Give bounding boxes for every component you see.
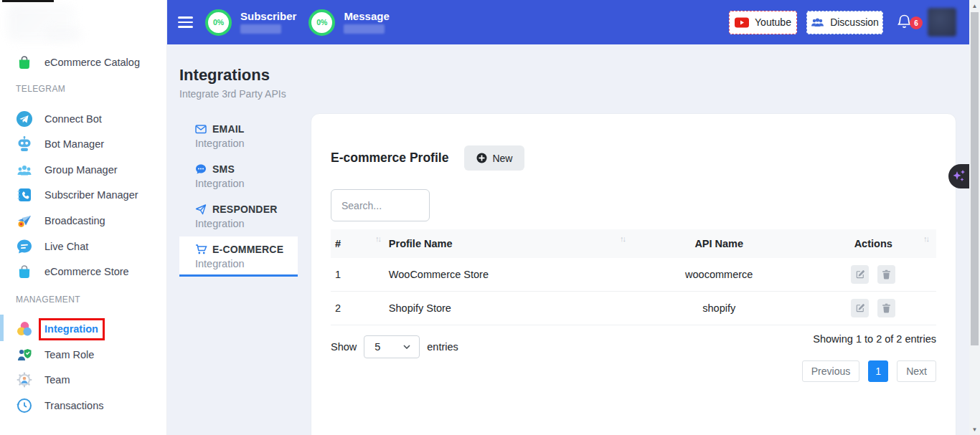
message-stat: 0% Message <box>308 9 389 36</box>
edit-button[interactable] <box>851 299 869 317</box>
cell-profile-name: Shopify Store <box>385 302 628 314</box>
sidebar-item-bot-manager[interactable]: Bot Manager <box>0 133 167 155</box>
sidebar-section-telegram: TELEGRAM <box>16 84 65 94</box>
sidebar-item-label: Transactions <box>44 400 103 411</box>
subnav-sublabel: Integration <box>195 218 298 229</box>
sidebar-item-team[interactable]: Team <box>0 369 167 391</box>
new-button-label: New <box>492 153 512 164</box>
vertical-scrollbar[interactable]: ▲ ▼ <box>969 0 980 435</box>
showing-entries-text: Showing 1 to 2 of 2 entries <box>813 333 936 345</box>
cell-actions <box>810 265 936 284</box>
subnav-item-ecommerce[interactable]: E-COMMERCE Integration <box>179 236 298 277</box>
edit-button[interactable] <box>851 265 869 284</box>
scrollbar-up-arrow[interactable]: ▲ <box>969 0 980 11</box>
sidebar-item-label: eCommerce Catalog <box>44 57 140 68</box>
broadcast-plane-icon <box>16 212 33 229</box>
sidebar-item-live-chat[interactable]: Live Chat <box>0 236 167 257</box>
youtube-button[interactable]: Youtube <box>729 11 797 34</box>
message-stat-blurred-value <box>344 24 385 34</box>
subscriber-progress-ring: 0% <box>205 9 232 36</box>
notifications-bell[interactable]: 6 <box>896 10 920 34</box>
subnav-item-email[interactable]: EMAIL Integration <box>179 116 298 156</box>
sidebar-item-ecommerce-catalog[interactable]: eCommerce Catalog <box>0 52 167 73</box>
hamburger-menu-icon[interactable] <box>178 14 193 31</box>
column-header-api-name[interactable]: API Name <box>628 238 810 249</box>
sidebar-section-management: MANAGEMENT <box>16 295 80 305</box>
role-shield-icon <box>16 346 33 363</box>
pagination-previous[interactable]: Previous <box>802 360 859 382</box>
subnav-label: EMAIL <box>212 123 245 135</box>
sidebar-item-label: Group Manager <box>44 164 118 176</box>
cell-api-name: shopify <box>628 302 810 314</box>
ai-assistant-button[interactable] <box>948 164 969 188</box>
cell-actions <box>810 299 936 317</box>
new-button[interactable]: New <box>464 145 524 171</box>
sidebar-item-label: Live Chat <box>44 241 88 252</box>
youtube-button-label: Youtube <box>755 16 791 28</box>
email-icon <box>195 123 207 135</box>
sidebar-item-label: Bot Manager <box>44 138 104 150</box>
scrollbar-thumb[interactable] <box>971 12 979 345</box>
page-title: Integrations <box>179 66 270 85</box>
sidebar-item-label: Connect Bot <box>44 113 102 125</box>
integration-circles-icon <box>16 320 33 338</box>
sidebar-item-label: Broadcasting <box>44 215 105 226</box>
delete-button[interactable] <box>877 299 895 317</box>
pagination: Previous 1 Next <box>793 360 936 382</box>
sidebar-item-label: Subscriber Manager <box>44 189 138 201</box>
cell-api-name: woocommerce <box>628 269 810 280</box>
subnav-sublabel: Integration <box>195 178 298 189</box>
responder-send-icon <box>195 204 207 215</box>
show-label: Show <box>331 341 357 353</box>
delete-button[interactable] <box>877 265 895 284</box>
top-header: 0% Subscriber 0% Message Youtube Discuss… <box>167 0 980 44</box>
sort-icon[interactable]: ↑↓ <box>923 234 928 243</box>
page-size-select[interactable]: 5 <box>364 335 420 358</box>
shopping-bag-blue-icon <box>16 263 33 280</box>
sort-icon[interactable]: ↑↓ <box>620 234 625 243</box>
sidebar-item-transactions[interactable]: Transactions <box>0 395 167 416</box>
cart-icon <box>195 244 207 255</box>
subnav-sublabel: Integration <box>195 258 298 269</box>
subnav-label: RESPONDER <box>212 204 277 215</box>
scrollbar-down-arrow[interactable]: ▼ <box>969 424 980 435</box>
table-row: 1 WooCommerce Store woocommerce <box>331 258 936 292</box>
cell-num: 2 <box>331 302 385 314</box>
column-header-profile-name[interactable]: Profile Name <box>385 238 628 249</box>
sidebar-item-broadcasting[interactable]: Broadcasting <box>0 210 167 231</box>
sort-icon[interactable]: ↑↓ <box>375 234 380 243</box>
subnav-item-responder[interactable]: RESPONDER Integration <box>179 196 298 236</box>
annotation-red-box <box>39 318 105 340</box>
table-row: 2 Shopify Store shopify <box>331 292 936 325</box>
pagination-page-1[interactable]: 1 <box>868 360 888 382</box>
message-stat-label: Message <box>344 11 389 22</box>
sidebar-item-team-role[interactable]: Team Role <box>0 344 167 365</box>
search-input[interactable] <box>331 189 430 221</box>
table-header-row: # Profile Name API Name Actions ↑↓ ↑↓ ↑↓ <box>331 229 936 258</box>
avatar[interactable] <box>928 8 956 37</box>
sidebar-item-group-manager[interactable]: Group Manager <box>0 159 167 181</box>
subscriber-stat-blurred-value <box>240 24 281 34</box>
chevron-down-icon <box>403 345 410 349</box>
subnav-label: SMS <box>212 163 235 175</box>
entries-label: entries <box>427 341 458 353</box>
notification-badge: 6 <box>910 16 923 29</box>
sidebar-item-connect-bot[interactable]: Connect Bot <box>0 108 167 130</box>
sidebar-item-label: eCommerce Store <box>44 266 129 277</box>
sidebar-item-label: Team <box>44 374 70 386</box>
sms-icon <box>195 163 207 175</box>
discussion-button[interactable]: Discussion <box>806 11 883 34</box>
subnav-item-sms[interactable]: SMS Integration <box>179 156 298 196</box>
sidebar-item-subscriber-manager[interactable]: Subscriber Manager <box>0 184 167 206</box>
column-header-actions[interactable]: Actions <box>810 238 936 249</box>
pagination-next[interactable]: Next <box>897 360 936 382</box>
discussion-button-label: Discussion <box>830 16 879 28</box>
integration-subnav: EMAIL Integration SMS Integration RESPON… <box>179 116 298 277</box>
telegram-icon <box>16 110 33 128</box>
sidebar-item-ecommerce-store[interactable]: eCommerce Store <box>0 261 167 282</box>
discussion-people-icon <box>811 17 824 28</box>
contact-book-icon <box>16 186 33 204</box>
group-people-icon <box>16 161 33 178</box>
page-size-value: 5 <box>374 341 380 353</box>
logo-redaction-line <box>2 0 54 2</box>
